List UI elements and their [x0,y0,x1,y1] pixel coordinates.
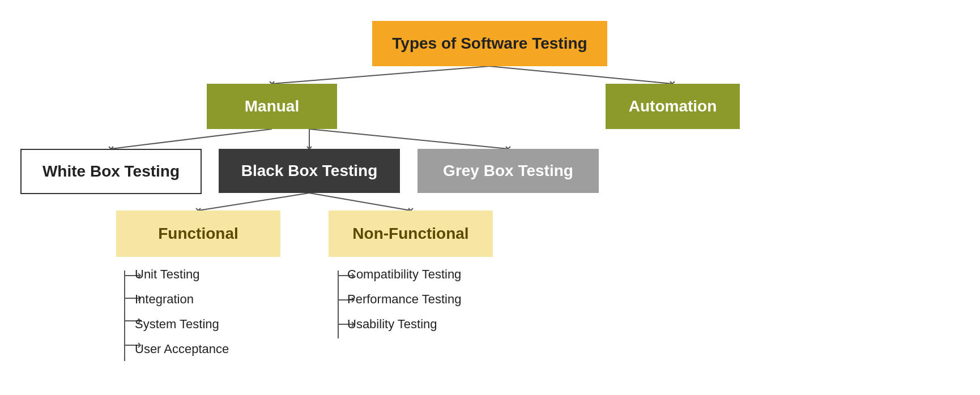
nonfunctional-label: Non-Functional [352,225,468,243]
functional-list: Unit Testing Integration System Testing … [113,262,229,362]
svg-line-6 [309,193,411,211]
functional-label: Functional [158,225,238,243]
root-node: Types of Software Testing [372,21,607,66]
white-box-label: White Box Testing [42,162,180,181]
svg-line-5 [198,193,309,211]
list-item-usability: Usability Testing [326,312,461,337]
list-item-user-acceptance: User Acceptance [113,337,229,362]
grey-box-label: Grey Box Testing [443,162,573,180]
nonfunctional-node: Non-Functional [329,211,493,257]
compatibility-label: Compatibility Testing [347,267,461,282]
list-item-performance: Performance Testing [326,287,461,312]
grey-box-node: Grey Box Testing [417,149,599,193]
list-item-compatibility: Compatibility Testing [326,262,461,287]
root-label: Types of Software Testing [392,35,587,53]
svg-line-2 [111,129,272,149]
svg-line-0 [272,66,489,84]
white-box-node: White Box Testing [20,149,202,194]
black-box-node: Black Box Testing [219,149,400,193]
performance-label: Performance Testing [347,292,461,307]
manual-label: Manual [245,97,299,115]
user-acceptance-label: User Acceptance [135,342,229,357]
list-item-unit: Unit Testing [113,262,229,287]
automation-label: Automation [629,97,717,115]
unit-testing-label: Unit Testing [135,267,200,282]
functional-node: Functional [116,211,280,257]
nonfunctional-list: Compatibility Testing Performance Testin… [326,262,461,337]
system-testing-label: System Testing [135,317,219,332]
diagram: Types of Software Testing Manual Automat… [0,0,980,395]
manual-node: Manual [207,84,337,129]
svg-line-1 [489,66,672,84]
svg-line-4 [309,129,508,149]
integration-label: Integration [135,292,194,307]
list-item-system: System Testing [113,312,229,337]
list-item-integration: Integration [113,287,229,312]
black-box-label: Black Box Testing [241,162,378,180]
automation-node: Automation [606,84,740,129]
usability-label: Usability Testing [347,317,437,332]
